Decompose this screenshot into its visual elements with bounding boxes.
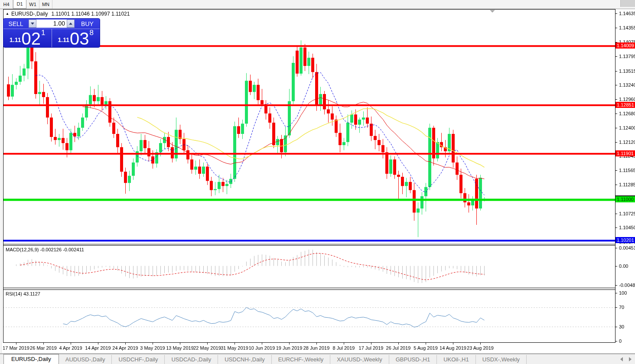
date-axis-label: 5 Aug 2019 — [414, 345, 438, 351]
symbol-tab-audusd[interactable]: AUDUSD-,Daily — [59, 355, 112, 364]
date-axis-tick — [316, 343, 317, 344]
chart-title: ▲EURUSD-,Daily1.11001 1.11046 1.10997 1.… — [6, 11, 130, 17]
triangle-down-icon — [31, 23, 34, 25]
sell-price-prefix: 1.11 — [10, 36, 21, 43]
macd-rsi-divider-a — [3, 288, 615, 288]
date-axis-label: 4 Apr 2019 — [59, 345, 82, 351]
sell-price-big: 02 — [22, 32, 41, 46]
rsi-panel-canvas[interactable] — [3, 290, 615, 342]
price-axis-label: 1.13240 — [619, 82, 635, 88]
date-axis-tick — [262, 343, 262, 344]
price-axis-label: 1.14635 — [619, 11, 635, 16]
price-axis-tick — [615, 185, 617, 185]
sell-button[interactable]: SELL — [3, 20, 28, 27]
sell-price[interactable]: 1.11021 — [3, 29, 52, 47]
triangle-up-icon — [69, 23, 72, 25]
macd-axis-label: 0.004517 — [619, 245, 635, 250]
price-axis-tick — [615, 170, 617, 171]
chart-symbol-label: EURUSD-,Daily — [11, 11, 48, 17]
rsi-axis-label: 100 — [619, 290, 627, 296]
buy-button[interactable]: BUY — [75, 20, 100, 27]
chart-window — [0, 9, 635, 353]
date-axis-label: 14 Aug 2019 — [440, 345, 466, 351]
symbol-tab-usdchf[interactable]: USDCHF-,Daily — [112, 355, 165, 364]
timeframe-button-h4[interactable]: H4 — [0, 0, 13, 9]
price-axis-label: 1.10725 — [619, 211, 635, 216]
price-axis-tick — [615, 71, 617, 72]
price-axis-label: 1.11565 — [619, 168, 635, 173]
volume-input[interactable]: 1.00 — [36, 20, 67, 28]
chart-shift-marker-icon[interactable] — [490, 10, 495, 13]
symbol-tab-eurusd[interactable]: EURUSD-,Daily — [3, 354, 59, 364]
symbol-tab-bar: EURUSD-,DailyAUDUSD-,DailyUSDCHF-,DailyU… — [0, 354, 635, 364]
date-axis-label: 28 Jun 2019 — [303, 345, 330, 351]
price-axis-label: 1.14355 — [619, 25, 635, 30]
volume-increase-button[interactable] — [67, 20, 75, 28]
symbol-tab-usdcnh[interactable]: USDCNH-,Daily — [218, 355, 271, 364]
volume-decrease-button[interactable] — [29, 20, 36, 28]
date-axis-tick — [453, 343, 453, 344]
symbol-tab-usdx[interactable]: USDX-,Weekly — [476, 355, 527, 364]
macd-axis-label: 0.00 — [619, 263, 628, 269]
price-tag-1.10201: 1.10201 — [615, 237, 635, 243]
date-axis-label: 23 Aug 2019 — [467, 345, 494, 351]
macd-rsi-divider-b — [3, 289, 615, 290]
price-axis-label: 1.11285 — [619, 182, 635, 187]
price-axis-tick — [615, 228, 617, 228]
price-axis-label: 1.13515 — [619, 68, 635, 74]
macd-indicator-label: MACD(12,26,9) -0.002126 -0.002411 — [6, 247, 84, 252]
price-axis-tick — [615, 99, 617, 100]
price-axis-tick — [615, 128, 617, 128]
date-axis-tick — [16, 343, 16, 344]
price-axis-label: 1.12680 — [619, 111, 635, 116]
one-click-trading-panel: SELL 1.00 BUY 1.11021 1.11038 — [3, 18, 100, 48]
timeframe-button-d1[interactable]: D1 — [13, 0, 26, 9]
date-axis-label: 13 May 2019 — [166, 345, 194, 351]
buy-price-sup: 8 — [90, 29, 94, 37]
macd-axis-tick — [615, 248, 617, 248]
buy-price[interactable]: 1.11038 — [52, 29, 100, 47]
date-axis-label: 26 Mar 2019 — [30, 345, 57, 351]
date-axis-tick — [98, 343, 98, 344]
main-macd-divider-b — [3, 245, 615, 246]
symbol-tab-xauusd[interactable]: XAUUSD-,Weekly — [330, 355, 389, 364]
price-axis-tick — [615, 114, 617, 114]
symbol-tab-usdcad[interactable]: USDCAD-,Daily — [165, 355, 218, 364]
macd-panel-canvas[interactable] — [3, 246, 615, 288]
date-axis-tick — [480, 343, 481, 344]
price-tag-1.11000: 1.11000 — [615, 196, 635, 202]
rsi-axis-label: 0 — [619, 338, 622, 344]
symbol-tab-eurchf[interactable]: EURCHF-,Weekly — [272, 355, 331, 364]
price-tag-1.12851: 1.12851 — [615, 102, 635, 108]
rsi-axis-tick — [615, 307, 617, 308]
date-axis-label: 19 Jun 2019 — [276, 345, 303, 351]
macd-axis-tick — [615, 285, 617, 286]
symbol-tab-ukoil[interactable]: UKOil-,H1 — [437, 355, 476, 364]
rsi-axis-tick — [615, 341, 617, 341]
toolbar-corner — [620, 0, 635, 7]
date-axis-label: 3 May 2019 — [140, 345, 165, 351]
price-axis-tick — [615, 85, 617, 85]
date-axis-tick — [371, 343, 371, 344]
price-axis-label: 1.10450 — [619, 225, 635, 230]
date-axis-tick — [234, 343, 235, 344]
chart-collapse-triangle-icon[interactable]: ▲ — [6, 12, 9, 16]
date-axis-label: 24 Apr 2019 — [112, 345, 138, 351]
rsi-axis-tick — [615, 293, 617, 293]
timeframe-button-mn[interactable]: MN — [39, 0, 52, 9]
timeframe-button-w1[interactable]: W1 — [26, 0, 39, 9]
date-axis-label: 31 May 2019 — [221, 345, 248, 351]
date-axis-label: 10 Jun 2019 — [249, 345, 275, 351]
tab-scroll-right-icon[interactable] — [629, 357, 632, 361]
date-axis-tick — [180, 343, 180, 344]
macd-axis-label: -0.004806 — [619, 283, 635, 288]
symbol-tab-gbpusd[interactable]: GBPUSD-,H1 — [389, 355, 437, 364]
plot-border-left — [3, 9, 3, 343]
tab-scroll-left-icon[interactable] — [620, 357, 623, 361]
price-axis-label: 1.12960 — [619, 97, 635, 102]
date-axis-tick — [207, 343, 208, 344]
price-tag-1.14009: 1.14009 — [615, 42, 635, 49]
rsi-axis-tick — [615, 327, 617, 327]
date-axis-tick — [153, 343, 153, 344]
plot-border-bottom — [3, 342, 615, 343]
